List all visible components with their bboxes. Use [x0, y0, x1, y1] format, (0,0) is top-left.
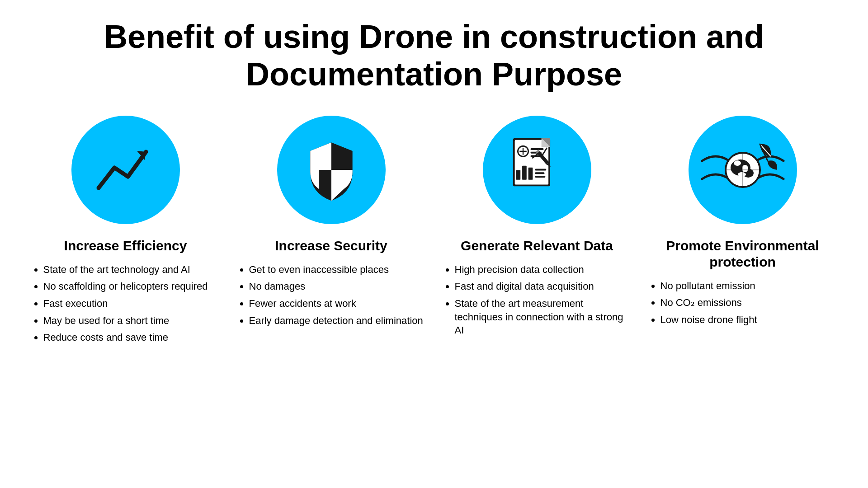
list-item: Fast and digital data acquisition — [455, 280, 632, 293]
shield-icon — [302, 138, 361, 202]
list-item: No scaffolding or helicopters required — [43, 280, 221, 293]
list-item: No CO₂ emissions — [660, 296, 838, 310]
card-environment: Promote Environmental protection No poll… — [648, 116, 838, 330]
svg-rect-11 — [516, 170, 520, 179]
svg-rect-12 — [522, 165, 527, 179]
environment-title: Promote Environmental protection — [648, 238, 838, 270]
list-item: Low noise drone flight — [660, 313, 838, 327]
efficiency-title: Increase Efficiency — [64, 238, 187, 254]
svg-rect-13 — [528, 167, 533, 179]
card-data: Generate Relevant Data High precision da… — [442, 116, 632, 341]
list-item: High precision data collection — [455, 263, 632, 277]
data-icon-circle — [483, 116, 591, 224]
list-item: Reduce costs and save time — [43, 331, 221, 344]
page-container: Benefit of using Drone in construction a… — [0, 0, 868, 488]
page-title: Benefit of using Drone in construction a… — [104, 18, 764, 93]
document-chart-icon — [505, 136, 569, 204]
svg-point-25 — [738, 172, 746, 177]
security-title: Increase Security — [275, 238, 387, 254]
svg-rect-8 — [530, 148, 543, 150]
trend-up-icon — [94, 143, 157, 197]
list-item: Get to even inaccessible places — [249, 263, 426, 277]
list-item: No damages — [249, 280, 426, 293]
environment-list: No pollutant emission No CO₂ emissions L… — [648, 279, 838, 330]
card-security: Increase Security Get to even inaccessib… — [236, 116, 426, 331]
list-item: Early damage detection and elimination — [249, 314, 426, 328]
list-item: Fast execution — [43, 297, 221, 310]
svg-rect-16 — [535, 176, 545, 178]
svg-point-23 — [734, 160, 741, 166]
data-list: High precision data collection Fast and … — [442, 263, 632, 341]
list-item: Fewer accidents at work — [249, 297, 426, 310]
efficiency-list: State of the art technology and AI No sc… — [31, 263, 221, 348]
earth-leaf-icon — [698, 136, 788, 204]
list-item: No pollutant emission — [660, 279, 838, 293]
security-list: Get to even inaccessible places No damag… — [236, 263, 426, 331]
list-item: May be used for a short time — [43, 314, 221, 328]
environment-icon-circle — [689, 116, 797, 224]
security-icon-circle — [277, 116, 386, 224]
cards-row: Increase Efficiency State of the art tec… — [27, 116, 841, 348]
efficiency-icon-circle — [71, 116, 180, 224]
list-item: State of the art measurement techniques … — [455, 297, 632, 337]
data-title: Generate Relevant Data — [461, 238, 613, 254]
card-efficiency: Increase Efficiency State of the art tec… — [31, 116, 221, 348]
list-item: State of the art technology and AI — [43, 263, 221, 277]
svg-rect-15 — [535, 172, 544, 174]
svg-rect-14 — [535, 169, 546, 170]
